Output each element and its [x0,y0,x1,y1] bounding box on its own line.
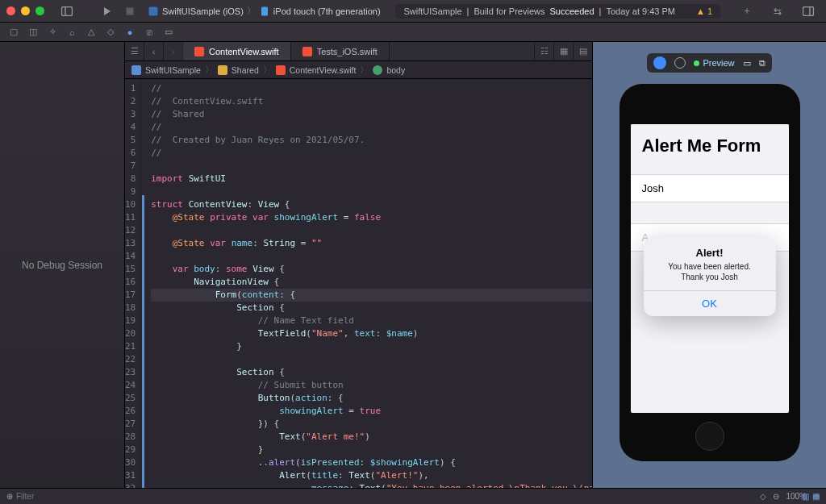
report-nav-icon[interactable]: ▭ [161,25,176,40]
editor-panel: ☰ ‹ › ContentView.swift Tests_iOS.swift … [125,42,592,488]
scheme-name: SwiftUISample (iOS) [162,6,244,16]
svg-rect-3 [149,6,158,15]
warning-badge[interactable]: ▲ 1 [696,6,712,16]
zoom-level[interactable]: 100% [786,492,807,501]
editor-options-icon[interactable]: ▤ [573,42,592,60]
traffic-lights [6,6,44,15]
swift-file-icon [302,47,312,56]
run-button[interactable] [99,3,115,19]
navigator-empty-label: No Debug Session [22,260,102,271]
device-screen[interactable]: Alert Me Form Josh A Alert! You have bee… [631,124,789,413]
svg-rect-2 [127,7,134,15]
tab-bar: ☰ ‹ › ContentView.swift Tests_iOS.swift … [125,42,592,61]
forward-button[interactable]: › [164,42,183,60]
zoom-in-icon[interactable]: ⊕ [813,492,820,501]
source-control-nav-icon[interactable]: ◫ [26,25,40,40]
related-items-icon[interactable]: ☰ [125,42,144,60]
line-gutter: 1234567891011121314151617181920212223242… [125,79,141,488]
alert-message: You have been alerted. Thank you Josh [653,261,766,282]
home-button[interactable] [695,422,724,451]
pin-preview-icon[interactable]: ◇ [760,492,766,501]
zoom-window-button[interactable] [35,6,44,15]
bottom-bar: ⊕ ▥ ▤ ◇ ⊖ 100% ⊕ [0,488,826,504]
find-nav-icon[interactable]: ⌕ [65,25,79,40]
issue-nav-icon[interactable]: △ [84,25,98,40]
tab-label: Tests_iOS.swift [317,47,378,56]
alert-box: Alert! You have been alerted. Thank you … [644,237,776,316]
jump-file[interactable]: ContentView.swift [290,65,357,75]
svg-rect-0 [62,6,73,15]
project-nav-icon[interactable]: ▢ [6,25,21,40]
swift-file-icon [194,47,204,56]
live-dot-icon [694,60,699,66]
svg-rect-4 [261,6,268,15]
preview-canvas: Preview ▭ ⧉ Alert Me Form Josh A Alert! [592,42,826,488]
filter-input[interactable] [13,492,77,501]
folder-icon [218,65,227,75]
live-preview-icon[interactable] [653,56,666,69]
swift-file-icon [276,65,286,75]
breakpoint-nav-icon[interactable]: ⎚ [142,25,156,40]
tab-label: ContentView.swift [209,47,279,56]
toggle-sidebar-icon[interactable] [59,3,75,19]
library-icon[interactable] [800,3,816,19]
scheme-device: iPod touch (7th generation) [273,6,381,16]
property-icon [373,65,382,75]
navigator-toolbar: ▢ ◫ ✧ ⌕ △ ◇ ● ⎚ ▭ [0,23,826,42]
minimize-window-button[interactable] [21,6,30,15]
build-result: Succeeded [550,6,594,16]
filter-icon[interactable]: ⊕ [6,492,13,501]
code-text[interactable]: // // ContentView.swift // Shared // // … [144,79,592,488]
svg-rect-5 [803,6,814,15]
back-button[interactable]: ‹ [144,42,164,60]
alert-title: Alert! [653,247,766,259]
jump-symbol[interactable]: body [386,65,405,75]
duplicate-preview-icon[interactable]: ⧉ [759,58,766,69]
build-task: Build for Previews [473,6,544,16]
device-icon [259,6,270,17]
canvas-controls[interactable]: Preview ▭ ⧉ [647,53,771,73]
build-product: SwiftUISample [403,6,461,16]
project-icon [131,65,141,75]
jump-bar[interactable]: SwiftUISample 〉 Shared 〉 ContentView.swi… [125,61,592,79]
alert-ok-button[interactable]: OK [644,290,776,316]
preview-label: Preview [703,58,734,68]
tab-tests-ios[interactable]: Tests_iOS.swift [291,42,390,60]
device-preview-icon[interactable]: ▭ [743,58,751,69]
device-frame: Alert Me Form Josh A Alert! You have bee… [620,84,800,461]
build-time: Today at 9:43 PM [606,6,675,16]
adjust-editor-icon[interactable]: ▦ [553,42,573,60]
minimap-icon[interactable]: ☷ [534,42,553,60]
tab-contentview[interactable]: ContentView.swift [183,42,291,60]
main-area: No Debug Session ☰ ‹ › ContentView.swift… [0,42,826,488]
close-window-button[interactable] [6,6,15,15]
test-nav-icon[interactable]: ◇ [103,25,118,40]
code-review-icon[interactable]: ⇆ [770,3,786,19]
debug-nav-icon[interactable]: ● [123,25,137,40]
scheme-separator: 〉 [247,5,256,17]
code-editor[interactable]: 1234567891011121314151617181920212223242… [125,79,592,488]
add-editor-icon[interactable]: ＋ [739,3,755,19]
stop-button[interactable] [122,3,138,19]
symbol-nav-icon[interactable]: ✧ [45,25,60,40]
navigator-panel: No Debug Session [0,42,125,488]
scheme-app-icon [148,6,159,17]
select-mode-icon[interactable] [674,57,686,69]
titlebar: SwiftUISample (iOS) 〉 iPod touch (7th ge… [0,0,826,23]
zoom-out-icon[interactable]: ⊖ [773,492,779,501]
jump-group[interactable]: Shared [232,65,259,75]
build-status[interactable]: SwiftUISample | Build for Previews Succe… [395,4,720,19]
scheme-selector[interactable]: SwiftUISample (iOS) 〉 iPod touch (7th ge… [148,5,381,17]
jump-project[interactable]: SwiftUISample [145,65,201,75]
